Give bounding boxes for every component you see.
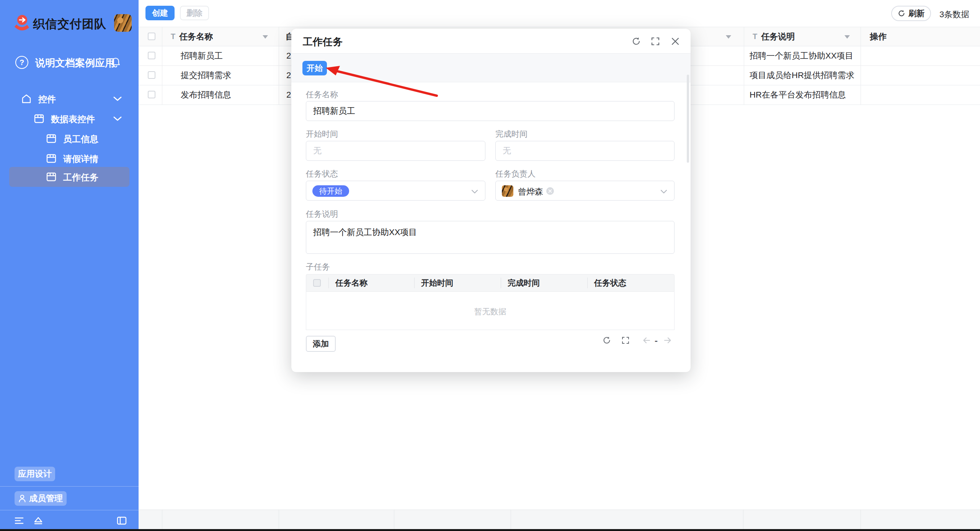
row-checkbox[interactable] — [148, 71, 155, 79]
subtask-column-start: 开始时间 — [421, 274, 453, 291]
sidebar-item-label: 请假详情 — [63, 153, 98, 165]
team-name: 织信交付团队 — [33, 16, 106, 32]
sidebar-item-employee-info[interactable]: 员工信息 — [0, 129, 139, 149]
table-icon — [34, 114, 44, 124]
add-subtask-button[interactable]: 添加 — [306, 336, 336, 352]
subtask-column-status: 任务状态 — [594, 274, 626, 291]
cell-task-name: 发布招聘信息 — [181, 85, 231, 105]
row-checkbox[interactable] — [148, 52, 155, 59]
app-window: 织信交付团队 ? 说明文档案例应用 控件 — [0, 0, 980, 531]
column-menu-icon[interactable] — [844, 35, 850, 39]
chevron-down-icon — [113, 96, 122, 101]
status-label: 任务状态 — [306, 168, 338, 179]
refresh-icon[interactable] — [631, 36, 641, 46]
table-icon — [46, 154, 57, 163]
sidebar-item-leave-details[interactable]: 请假详情 — [0, 149, 139, 168]
divider — [744, 27, 744, 46]
cell-task-name: 招聘新员工 — [181, 46, 223, 65]
remove-owner-icon[interactable] — [546, 187, 554, 195]
owner-select[interactable]: 曾烨森 — [495, 181, 675, 201]
chevron-down-icon — [113, 116, 122, 121]
sidebar-item-label: 数据表控件 — [51, 113, 95, 125]
owner-label: 任务负责人 — [495, 168, 536, 179]
delete-label: 删除 — [186, 8, 203, 18]
table-icon — [46, 134, 57, 144]
sidebar-item-controls[interactable]: 控件 — [0, 89, 139, 109]
start-button[interactable]: 开始 — [302, 61, 327, 75]
create-button[interactable]: 创建 — [145, 6, 175, 20]
modal-header: 工作任务 — [291, 29, 691, 54]
sidebar-item-datatable-controls[interactable]: 数据表控件 — [0, 109, 139, 129]
delete-button[interactable]: 删除 — [180, 6, 209, 20]
start-time-input[interactable] — [306, 141, 485, 161]
close-icon[interactable] — [670, 36, 680, 46]
modal-title: 工作任务 — [303, 35, 343, 49]
column-header-actions: 操作 — [870, 27, 887, 46]
description-label: 任务说明 — [306, 209, 338, 219]
window-edge — [0, 529, 980, 531]
empty-state-text: 暂无数据 — [306, 306, 674, 317]
fullscreen-icon[interactable] — [650, 36, 660, 46]
help-icon: ? — [15, 56, 28, 69]
subtask-select-all-checkbox[interactable] — [313, 279, 321, 287]
chevron-down-icon — [471, 190, 478, 194]
add-label: 添加 — [313, 338, 329, 349]
fullscreen-icon[interactable] — [621, 336, 630, 345]
modal-scrollbar[interactable] — [687, 75, 689, 163]
prev-page-icon[interactable] — [642, 336, 651, 345]
column-header-task-name[interactable]: T 任务名称 — [171, 27, 213, 46]
member-management-button[interactable]: 成员管理 — [15, 491, 67, 506]
table-summary-row — [139, 510, 980, 529]
divider — [861, 27, 861, 46]
user-avatar[interactable] — [114, 14, 132, 32]
finish-time-label: 完成时间 — [495, 129, 528, 139]
subtask-column-finish: 完成时间 — [508, 274, 540, 291]
subtasks-label: 子任务 — [306, 261, 330, 272]
divider — [0, 510, 139, 510]
refresh-button[interactable]: 刷新 — [891, 6, 931, 21]
subtask-table-header: 任务名称 开始时间 完成时间 任务状态 — [306, 274, 675, 292]
cell-description: 项目成员给HR提供招聘需求 — [750, 66, 854, 85]
divider — [162, 27, 162, 46]
status-select[interactable]: 待开始 — [306, 181, 485, 201]
create-label: 创建 — [152, 8, 168, 18]
cell-task-name: 提交招聘需求 — [181, 66, 231, 85]
app-title: 说明文档案例应用 — [35, 56, 115, 70]
sidebar-item-work-tasks-active[interactable]: 工作任务 — [9, 167, 129, 187]
finish-time-input[interactable] — [495, 141, 675, 161]
sidebar: 织信交付团队 ? 说明文档案例应用 控件 — [0, 0, 139, 531]
menu-icon[interactable] — [14, 516, 24, 525]
subtask-column-name: 任务名称 — [335, 274, 368, 291]
notifications-icon[interactable] — [110, 57, 121, 67]
task-name-label: 任务名称 — [306, 89, 338, 100]
cell-description: 招聘一个新员工协助XX项目 — [750, 46, 853, 65]
next-page-icon[interactable] — [663, 336, 672, 345]
home-icon — [21, 94, 32, 104]
row-checkbox[interactable] — [148, 91, 155, 98]
task-name-input[interactable] — [306, 101, 675, 121]
app-design-button[interactable]: 应用设计 — [15, 467, 55, 481]
cell-hidden-fragment: 2 — [286, 46, 291, 65]
cell-hidden-fragment: 2 — [286, 66, 291, 85]
column-header-description[interactable]: T 任务说明 — [753, 27, 795, 46]
app-title-row[interactable]: ? 说明文档案例应用 — [15, 54, 130, 71]
user-icon — [18, 494, 26, 503]
eject-icon[interactable] — [33, 516, 44, 525]
description-textarea[interactable]: 招聘一个新员工协助XX项目 — [306, 221, 675, 254]
modal-toolbar: 开始 — [291, 54, 691, 82]
select-all-checkbox[interactable] — [148, 33, 155, 40]
app-design-label: 应用设计 — [18, 468, 52, 480]
cell-hidden-fragment: 2 — [286, 85, 291, 105]
refresh-icon[interactable] — [602, 336, 611, 345]
column-menu-icon[interactable] — [726, 35, 731, 39]
start-label: 开始 — [307, 63, 323, 74]
sidebar-item-label: 工作任务 — [63, 172, 98, 183]
record-count: 3条数据 — [939, 9, 969, 20]
text-type-icon: T — [753, 32, 757, 41]
column-menu-icon[interactable] — [263, 35, 268, 39]
sidebar-item-label: 员工信息 — [63, 133, 98, 145]
divider — [279, 27, 279, 46]
work-task-modal: 工作任务 开始 任务名称 开始时间 完成时间 — [291, 29, 691, 372]
owner-name: 曾烨森 — [518, 186, 543, 198]
collapse-panel-icon[interactable] — [116, 516, 127, 525]
